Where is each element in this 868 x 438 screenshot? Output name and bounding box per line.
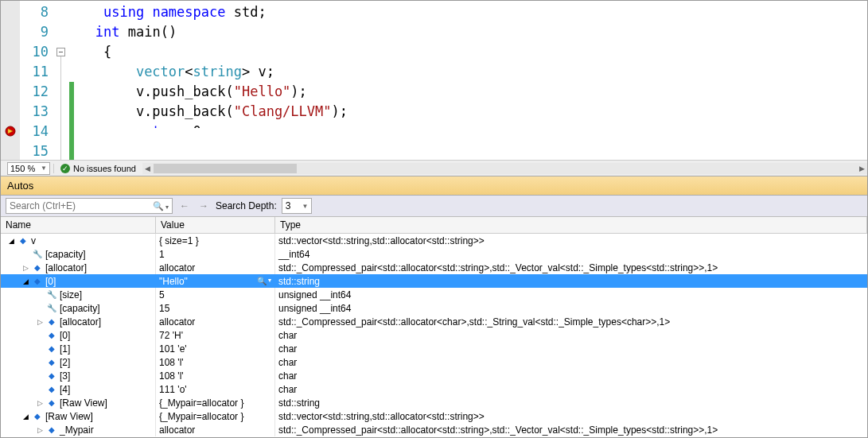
code-line[interactable]: vector<string> v; [71, 62, 867, 82]
fold-gutter[interactable] [55, 1, 71, 160]
code-line[interactable]: return 0; [71, 122, 867, 128]
row-value: 101 'e' [159, 343, 187, 355]
expand-toggle[interactable]: ◢ [21, 277, 30, 285]
autos-row[interactable]: ◆[0]72 'H'char [1, 328, 867, 342]
elem-icon: ◆ [32, 276, 43, 287]
row-name: [size] [60, 289, 82, 300]
line-number-gutter: 89101112131415 [20, 1, 55, 160]
row-type: char [275, 330, 867, 341]
prop-icon: 🔧 [32, 249, 43, 260]
search-input[interactable] [10, 200, 137, 211]
autos-rows[interactable]: ◢◆v{ size=1 }std::vector<std::string,std… [1, 234, 867, 436]
code-line[interactable]: v.push_back("Clang/LLVM"); [71, 102, 867, 122]
change-indicator [69, 141, 74, 160]
var-icon: ◆ [18, 235, 29, 246]
autos-row[interactable]: ◆[1]101 'e'char [1, 342, 867, 355]
line-number: 12 [20, 82, 49, 102]
row-value: 15 [159, 303, 169, 314]
check-icon: ✓ [60, 164, 70, 173]
issues-text: No issues found [73, 164, 136, 173]
elem-icon: ◆ [46, 357, 57, 368]
autos-title: Autos [7, 180, 33, 192]
expand-toggle[interactable]: ▷ [36, 398, 45, 407]
elem-icon: ◆ [46, 316, 57, 328]
search-depth-combo[interactable]: 3 ▼ [282, 198, 313, 214]
expand-toggle[interactable]: ◢ [7, 236, 16, 245]
row-type: unsigned __int64 [275, 303, 867, 314]
code-editor[interactable]: 89101112131415 using namespace std; int … [1, 1, 867, 160]
breakpoint-gutter[interactable] [1, 1, 20, 160]
code-line[interactable]: { [71, 42, 867, 62]
expand-toggle[interactable]: ◢ [21, 412, 30, 421]
horizontal-scrollbar[interactable]: ◀ ▶ [142, 163, 867, 174]
nav-back-button[interactable]: ← [177, 199, 192, 213]
line-number: 13 [20, 102, 49, 122]
row-value: allocator [159, 316, 195, 328]
expand-spacer [21, 250, 30, 258]
code-line[interactable]: using namespace std; [71, 2, 867, 22]
line-number: 14 [20, 122, 49, 141]
row-name: [1] [60, 343, 70, 355]
expand-toggle[interactable]: ▷ [36, 425, 45, 434]
nav-forward-button[interactable]: → [197, 199, 211, 213]
autos-grid-header: Name Value Type [1, 217, 867, 234]
row-type: unsigned __int64 [275, 289, 867, 300]
autos-row[interactable]: ◢◆[Raw View]{_Mypair=allocator }std::vec… [1, 409, 867, 423]
col-header-name[interactable]: Name [1, 217, 156, 233]
autos-row[interactable]: ◆[3]108 'l'char [1, 369, 867, 382]
expand-spacer [36, 290, 45, 299]
autos-row[interactable]: 🔧[capacity]15unsigned __int64 [1, 301, 867, 315]
row-type: __int64 [275, 249, 867, 260]
scroll-thumb[interactable] [154, 164, 297, 173]
autos-row[interactable]: ▷◆[allocator]allocatorstd::_Compressed_p… [1, 261, 867, 274]
autos-row[interactable]: ▷◆_Mypairallocatorstd::_Compressed_pair<… [1, 423, 867, 436]
row-value: {_Mypair=allocator } [159, 397, 243, 409]
autos-row[interactable]: ◢◆v{ size=1 }std::vector<std::string,std… [1, 234, 867, 247]
autos-row[interactable]: 🔧[capacity]1__int64 [1, 247, 867, 261]
visualizer-button[interactable]: 🔍▾ [257, 277, 271, 285]
change-indicator [69, 102, 74, 122]
fold-toggle[interactable] [56, 48, 65, 56]
code-line[interactable]: int main() [71, 22, 867, 42]
scroll-right-arrow[interactable]: ▶ [856, 163, 867, 174]
col-header-value[interactable]: Value [156, 217, 275, 233]
row-name: [0] [45, 276, 56, 287]
issues-status[interactable]: ✓ No issues found [53, 164, 136, 173]
autos-row[interactable]: ◆[4]111 'o'char [1, 382, 867, 396]
breakpoint-current-icon[interactable] [5, 126, 16, 137]
row-value: { size=1 } [159, 235, 199, 246]
autos-row[interactable]: 🔧[size]5unsigned __int64 [1, 288, 867, 301]
search-icon[interactable]: 🔍▾ [153, 201, 169, 211]
row-name: [capacity] [45, 249, 86, 260]
row-type: std::_Compressed_pair<std::allocator<std… [275, 262, 867, 273]
row-value: allocator [159, 262, 195, 273]
expand-toggle[interactable]: ▷ [21, 263, 30, 272]
autos-row[interactable]: ▷◆[Raw View]{_Mypair=allocator }std::str… [1, 396, 867, 409]
expand-spacer [36, 385, 45, 393]
expand-toggle[interactable]: ▷ [36, 317, 45, 326]
row-value: allocator [159, 424, 195, 436]
search-box[interactable]: 🔍▾ [6, 198, 173, 214]
scroll-left-arrow[interactable]: ◀ [142, 163, 154, 174]
row-type: char [275, 343, 867, 355]
autos-panel-header[interactable]: Autos [1, 176, 867, 196]
autos-row[interactable]: ▷◆[allocator]allocatorstd::_Compressed_p… [1, 315, 867, 328]
row-type: std::_Compressed_pair<std::allocator<cha… [275, 316, 867, 328]
row-type: char [275, 384, 867, 395]
elem-icon: ◆ [46, 384, 57, 395]
zoom-combo[interactable]: 150 % ▼ [7, 162, 50, 175]
autos-row[interactable]: ◆[2]108 'l'char [1, 355, 867, 369]
expand-spacer [36, 371, 45, 380]
raw-icon: ◆ [46, 424, 57, 436]
row-name: [allocator] [60, 316, 101, 328]
code-area[interactable]: using namespace std; int main() { vector… [71, 1, 867, 160]
code-line[interactable]: v.push_back("Hello"); [71, 82, 867, 102]
change-indicator [69, 82, 74, 102]
autos-row[interactable]: ◢◆[0]"Hello"🔍▾std::string [1, 274, 867, 288]
row-type: std::string [275, 397, 867, 409]
col-header-type[interactable]: Type [275, 217, 867, 233]
elem-icon: ◆ [32, 262, 43, 273]
line-number: 9 [20, 22, 49, 42]
line-number: 15 [20, 141, 49, 160]
row-name: [2] [60, 357, 70, 368]
